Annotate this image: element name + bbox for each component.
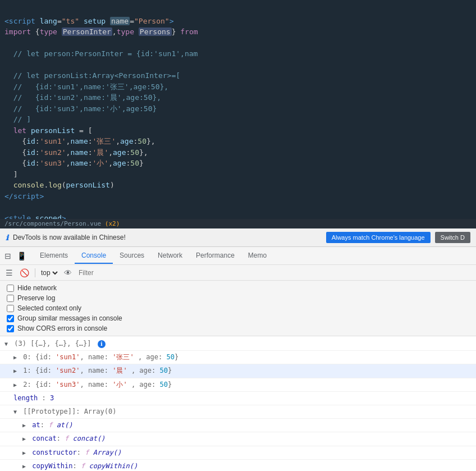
devtools-panel: ℹ DevTools is now available in Chinese! … [0, 228, 476, 471]
array-preview: (3) [ [14, 340, 34, 347]
devtools-tabs: ⊟ 📱 Elements Console Sources Network Per… [0, 247, 476, 265]
console-entry-1[interactable]: ▶ 1: {id: 'sun2', name: '晨' , age: 50} [0, 364, 476, 378]
hide-network-label[interactable]: Hide network [17, 284, 57, 292]
tab-performance[interactable]: Performance [189, 248, 241, 264]
tab-console[interactable]: Console [75, 248, 113, 264]
expand-arrow-proto[interactable]: ▼ [13, 409, 17, 415]
console-output[interactable]: ▼ (3) [{…}, {…}, {…}] ℹ ▶ 0: {id: 'sun1'… [0, 336, 476, 471]
expand-arrow-copywithin[interactable]: ▶ [22, 463, 26, 469]
tab-memo[interactable]: Memo [241, 248, 273, 264]
option-group-similar: Group similar messages in console [7, 313, 469, 323]
entry-2-val: {id: 'sun3', name: [35, 381, 112, 388]
device-toolbar-icon[interactable]: 📱 [15, 250, 29, 262]
switch-button[interactable]: Switch D [435, 232, 470, 243]
context-select[interactable]: top [39, 268, 60, 277]
length-text: length [13, 394, 38, 402]
console-entry-copywithin[interactable]: ▶ copyWithin: f copyWithin() [0, 460, 476, 471]
dock-icon[interactable]: ⊟ [2, 250, 13, 262]
expand-arrow-1[interactable]: ▶ [13, 368, 17, 374]
console-entry-2[interactable]: ▶ 2: {id: 'sun3', name: '小' , age: 50} [0, 378, 476, 392]
preserve-log-label[interactable]: Preserve log [17, 294, 55, 302]
option-preserve-log: Preserve log [7, 293, 469, 303]
console-options: Hide network Preserve log Selected conte… [0, 281, 476, 336]
clear-button[interactable]: 🚫 [17, 267, 31, 278]
tab-sources[interactable]: Sources [113, 248, 151, 264]
info-badge: ℹ [98, 340, 106, 348]
prototype-text: [[Prototype]]: Array(0) [23, 408, 116, 415]
code-content[interactable]: <script lang="ts" setup name="Person"> i… [0, 0, 476, 219]
console-entry-concat[interactable]: ▶ concat: f concat() [0, 432, 476, 446]
cors-errors-checkbox[interactable] [7, 325, 14, 332]
eye-icon[interactable]: 👁 [62, 267, 74, 278]
tab-network[interactable]: Network [151, 248, 189, 264]
cors-errors-label[interactable]: Show CORS errors in console [17, 324, 107, 332]
preserve-log-checkbox[interactable] [7, 295, 14, 302]
option-cors-errors: Show CORS errors in console [7, 323, 469, 333]
console-entry-length: length : 3 [0, 392, 476, 405]
expand-arrow-constructor[interactable]: ▶ [22, 450, 26, 456]
console-entry-at[interactable]: ▶ at: f at() [0, 419, 476, 432]
always-match-button[interactable]: Always match Chrome's language [326, 232, 431, 243]
console-entry-constructor[interactable]: ▶ constructor: f Array() [0, 446, 476, 460]
entry-0-index: 0: [23, 353, 35, 361]
tab-icons: ⊟ 📱 [2, 250, 29, 262]
filepath-x2: (x2) [105, 220, 120, 227]
option-hide-network: Hide network [7, 283, 469, 293]
expand-arrow-0[interactable]: ▶ [13, 354, 17, 360]
console-entry-array[interactable]: ▼ (3) [{…}, {…}, {…}] ℹ [0, 337, 476, 351]
hide-network-checkbox[interactable] [7, 285, 14, 292]
filepath-bar: /src/components/Person.vue (x2) [0, 219, 476, 228]
expand-arrow-array[interactable]: ▼ [4, 341, 8, 347]
entry-1-val: {id: 'sun2', name: [35, 367, 112, 374]
console-toolbar: ☰ 🚫 top 👁 [0, 265, 476, 281]
expand-arrow-2[interactable]: ▶ [13, 382, 17, 388]
devtools-banner: ℹ DevTools is now available in Chinese! … [0, 228, 476, 247]
selected-context-checkbox[interactable] [7, 305, 14, 312]
console-entry-0[interactable]: ▶ 0: {id: 'sun1', name: '张三' , age: 50} [0, 351, 476, 364]
toolbar-separator [35, 268, 35, 277]
sidebar-toggle-button[interactable]: ☰ [3, 267, 15, 278]
entry-1-index: 1: [23, 367, 35, 374]
entry-2-index: 2: [23, 381, 35, 388]
expand-arrow-concat[interactable]: ▶ [22, 436, 26, 442]
filepath-text: /src/components/Person.vue [4, 220, 105, 227]
console-entry-prototype[interactable]: ▼ [[Prototype]]: Array(0) [0, 405, 476, 419]
selected-context-label[interactable]: Selected context only [17, 304, 81, 312]
group-similar-label[interactable]: Group similar messages in console [17, 314, 122, 322]
banner-text: DevTools is now available in Chinese! [13, 234, 322, 241]
filter-input[interactable] [76, 268, 473, 278]
tab-elements[interactable]: Elements [33, 248, 75, 264]
info-icon: ℹ [6, 234, 8, 242]
group-similar-checkbox[interactable] [7, 315, 14, 322]
expand-arrow-at[interactable]: ▶ [22, 422, 26, 428]
entry-0-val: {id: 'sun1', name: [35, 353, 112, 361]
option-selected-context: Selected context only [7, 303, 469, 313]
editor-area: <script lang="ts" setup name="Person"> i… [0, 0, 476, 219]
